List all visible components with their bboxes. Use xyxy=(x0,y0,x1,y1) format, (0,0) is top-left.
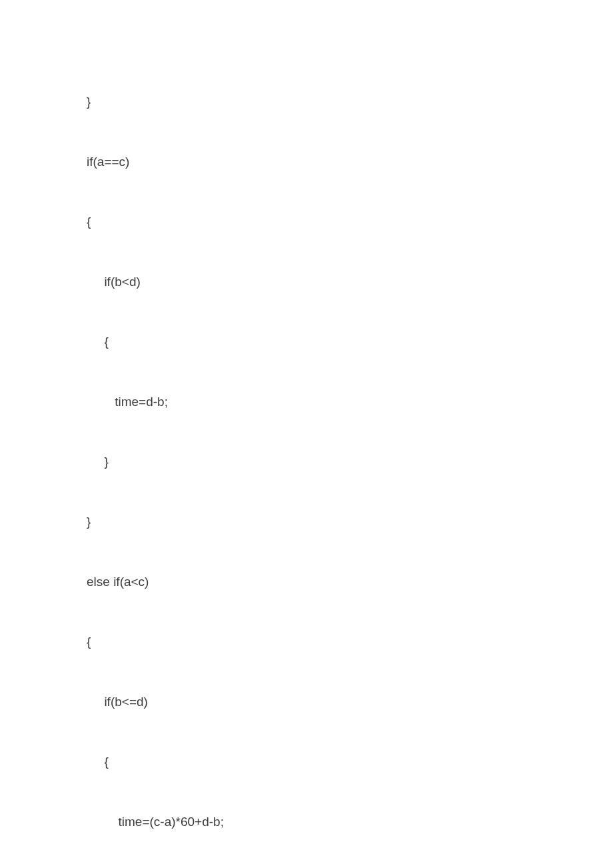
code-text: { xyxy=(87,635,91,648)
code-line: { xyxy=(87,624,533,659)
code-line: } xyxy=(87,864,533,868)
code-text: } xyxy=(87,95,91,108)
code-line: if(a==c) xyxy=(87,144,533,179)
code-line: { xyxy=(87,744,533,779)
document-page: } if(a==c) { if(b<d) { time=d-b; } } els… xyxy=(0,0,613,868)
code-text: if(a==c) xyxy=(87,155,129,168)
code-line: } xyxy=(87,84,533,119)
code-line: } xyxy=(87,504,533,539)
code-line: } xyxy=(87,444,533,479)
code-text: if(b<=d) xyxy=(87,695,148,708)
code-text: } xyxy=(87,515,91,528)
code-text: { xyxy=(87,335,109,348)
code-text: time=(c-a)*60+d-b; xyxy=(87,815,224,828)
code-line: if(b<=d) xyxy=(87,684,533,719)
code-line: else if(a<c) xyxy=(87,564,533,599)
code-text: time=d-b; xyxy=(87,395,168,408)
code-line: if(b<d) xyxy=(87,264,533,299)
code-line: time=(c-a)*60+d-b; xyxy=(87,804,533,839)
code-line: { xyxy=(87,204,533,239)
code-text: { xyxy=(87,755,109,768)
code-text: { xyxy=(87,215,91,228)
code-block: } if(a==c) { if(b<d) { time=d-b; } } els… xyxy=(87,59,533,868)
code-text: } xyxy=(87,455,109,468)
code-text: if(b<d) xyxy=(87,275,141,288)
code-line: time=d-b; xyxy=(87,384,533,419)
code-text: else if(a<c) xyxy=(87,575,149,588)
code-line: { xyxy=(87,324,533,359)
